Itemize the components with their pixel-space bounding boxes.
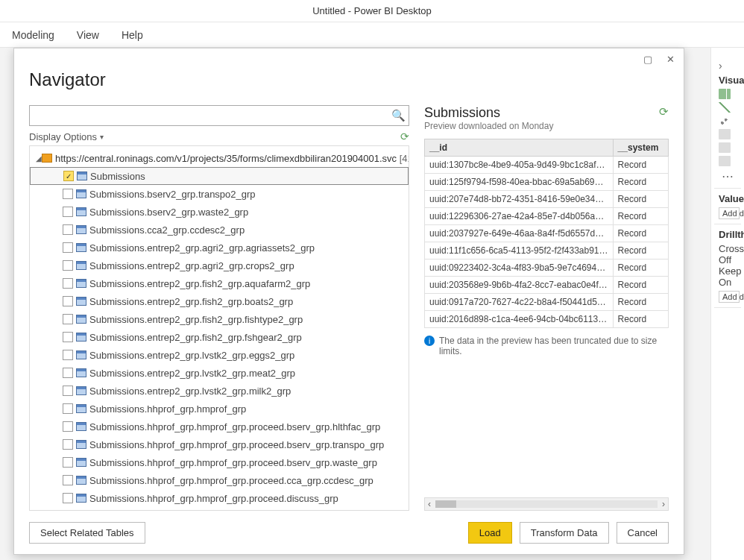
col-id[interactable]: __id [425, 139, 614, 157]
checkbox[interactable] [63, 314, 73, 324]
tree-item[interactable]: Submissions.entrep2_grp.fish2_grp.boats2… [30, 292, 409, 310]
tree-item[interactable]: Submissions.cca2_grp.ccdesc2_grp [30, 221, 409, 239]
checkbox[interactable] [63, 475, 73, 485]
checkbox[interactable] [63, 403, 73, 414]
checkbox[interactable] [63, 350, 73, 360]
col-system[interactable]: __system [613, 139, 668, 157]
dialog-titlebar: ▢ ✕ [14, 48, 684, 69]
table-row[interactable]: uuid:1307bc8e-4be9-405a-9d49-9bc1c8af4de… [425, 157, 669, 174]
tree-item[interactable]: Submissions.hhprof_grp.hmprof_grp.procee… [30, 471, 409, 489]
tree-item[interactable]: Submissions.entrep2_grp.agri2_grp.crops2… [30, 257, 409, 274]
table-row[interactable]: uuid:2037927e-649e-46aa-8a4f-f5d6557da6d… [425, 225, 669, 242]
checkbox[interactable] [63, 439, 73, 450]
scatter-chart-icon[interactable] [719, 116, 731, 126]
checkbox[interactable] [63, 189, 73, 199]
load-button[interactable]: Load [468, 522, 512, 544]
bar-chart-icon[interactable] [719, 89, 731, 99]
table-row[interactable]: uuid:2016d898-c1ca-4ee6-94cb-04bc6113b3b… [425, 311, 669, 328]
checkbox[interactable] [63, 421, 73, 432]
info-icon: i [424, 336, 435, 346]
table-icon [76, 494, 86, 503]
tree-item[interactable]: Submissions.entrep2_grp.lvstk2_grp.eggs2… [30, 346, 409, 364]
chevron-right-icon[interactable]: › [719, 57, 740, 75]
more-icon[interactable]: ⋯ [719, 169, 740, 183]
table-row[interactable]: uuid:12296306-27ae-42a4-85e7-d4b056a0230… [425, 208, 669, 225]
tree-item[interactable]: Submissions.entrep2_grp.lvstk2_grp.milk2… [30, 382, 409, 400]
search-field[interactable]: 🔍 [29, 105, 409, 126]
cell-system: Record [613, 208, 668, 225]
tree-item[interactable]: Submissions.bserv2_grp.waste2_grp [30, 203, 409, 221]
cell-id: uuid:2037927e-649e-46aa-8a4f-f5d6557da6d… [425, 225, 614, 242]
tree-item[interactable]: Submissions.bserv2_grp.transpo2_grp [30, 185, 409, 203]
tree-view: ◢ https://central.roninags.com/v1/projec… [29, 145, 409, 511]
table-row[interactable]: uuid:0917a720-7627-4c22-b8a4-f50441d5c49… [425, 294, 669, 311]
checkbox[interactable] [63, 493, 73, 503]
table-row[interactable]: uuid:09223402-3c4a-4f83-9ba5-9e7c4694997… [425, 259, 669, 277]
transform-data-button[interactable]: Transform Data [520, 522, 609, 544]
menu-modeling[interactable]: Modeling [12, 29, 54, 41]
checkbox[interactable] [63, 332, 73, 342]
keep-filters-toggle[interactable]: On [719, 277, 740, 288]
select-related-tables-button[interactable]: Select Related Tables [29, 522, 145, 544]
tree-item[interactable]: Submissions.entrep2_grp.fish2_grp.aquafa… [30, 274, 409, 292]
tree-item-label: Submissions.entrep2_grp.lvstk2_grp.eggs2… [89, 350, 294, 361]
tree-item[interactable]: Submissions.entrep2_grp.fish2_grp.fshgea… [30, 328, 409, 346]
table-row[interactable]: uuid:207e74d8-bb72-4351-8416-59e0e342d9d… [425, 191, 669, 208]
cell-system: Record [613, 242, 668, 259]
search-icon[interactable]: 🔍 [388, 105, 409, 126]
viz-icon[interactable] [719, 142, 731, 153]
refresh-preview-icon[interactable]: ⟳ [659, 105, 669, 119]
checkbox[interactable] [63, 368, 73, 378]
tree-item[interactable]: Submissions.hhprof_grp.hmprof_grp.procee… [30, 453, 409, 471]
display-options-dropdown[interactable]: Display Options ▾ [29, 131, 104, 142]
checkbox[interactable] [63, 207, 73, 217]
tree-item-label: Submissions.entrep2_grp.fish2_grp.aquafa… [89, 278, 310, 289]
table-row[interactable]: uuid:11f1c656-6ca5-4113-95f2-f2f433ab915… [425, 242, 669, 259]
close-icon[interactable]: ✕ [663, 51, 678, 66]
cell-system: Record [613, 174, 668, 191]
tree-item[interactable]: Submissions.entrep2_grp.fish2_grp.fishty… [30, 310, 409, 328]
horizontal-scrollbar[interactable]: ‹ › [424, 497, 669, 511]
tree-scroll[interactable]: ◢ https://central.roninags.com/v1/projec… [30, 146, 409, 510]
search-input[interactable] [30, 107, 388, 125]
checkbox[interactable] [63, 224, 73, 235]
table-row[interactable]: uuid:203568e9-9b6b-4fa2-8cc7-eabac0e4f4b… [425, 277, 669, 294]
navigator-left-panel: 🔍 Display Options ▾ ⟳ ◢ https://central.… [29, 105, 409, 511]
checkbox[interactable] [63, 386, 73, 396]
tree-item[interactable]: Submissions.hhprof_grp.hmprof_grp.procee… [30, 435, 409, 453]
tree-root[interactable]: ◢ https://central.roninags.com/v1/projec… [30, 149, 409, 167]
tree-item[interactable]: Submissions.entrep2_grp.agri2_grp.agrias… [30, 239, 409, 257]
checkbox[interactable] [63, 457, 73, 468]
tree-item[interactable]: Submissions.hhprof_grp.hmprof_grp.procee… [30, 418, 409, 435]
table-row[interactable]: uuid:125f9794-f598-40ea-bbac-69a5ab690a4… [425, 174, 669, 191]
tree-item[interactable]: Submissions.hhprof_grp.hmprof_grp [30, 400, 409, 418]
line-chart-icon[interactable] [719, 102, 731, 113]
checkbox[interactable] [63, 260, 73, 271]
checkbox-checked[interactable]: ✓ [63, 171, 74, 181]
menu-help[interactable]: Help [122, 29, 143, 41]
tree-item-submissions[interactable]: ✓ Submissions [30, 167, 409, 185]
add-drillthrough[interactable]: Add drillthrough fields here [719, 291, 740, 303]
tree-item-label: Submissions.entrep2_grp.fish2_grp.boats2… [89, 296, 293, 307]
checkbox[interactable] [63, 242, 73, 253]
dialog-title: Navigator [14, 69, 684, 96]
scroll-right-icon[interactable]: › [662, 499, 665, 509]
checkbox[interactable] [63, 278, 73, 289]
tree-item-label: Submissions.cca2_grp.ccdesc2_grp [89, 224, 245, 236]
odata-source-icon [42, 154, 52, 163]
cancel-button[interactable]: Cancel [617, 522, 669, 544]
cross-report-toggle[interactable]: Off [719, 254, 740, 265]
menu-view[interactable]: View [77, 29, 99, 41]
checkbox[interactable] [63, 296, 73, 306]
refresh-icon[interactable]: ⟳ [400, 130, 409, 142]
tree-item[interactable]: Submissions.hhprof_grp.hmprof_grp.procee… [30, 489, 409, 507]
tree-item[interactable]: Submissions.entrep2_grp.lvstk2_grp.meat2… [30, 364, 409, 382]
add-data-field[interactable]: Add data fields here [719, 207, 740, 219]
cell-system: Record [613, 259, 668, 277]
scroll-left-icon[interactable]: ‹ [428, 499, 431, 509]
tree-item-label: Submissions.bserv2_grp.waste2_grp [89, 207, 248, 218]
maximize-icon[interactable]: ▢ [640, 51, 655, 66]
collapse-icon[interactable]: ◢ [36, 154, 42, 163]
viz-icon[interactable] [719, 156, 731, 166]
viz-icon[interactable] [719, 129, 731, 139]
